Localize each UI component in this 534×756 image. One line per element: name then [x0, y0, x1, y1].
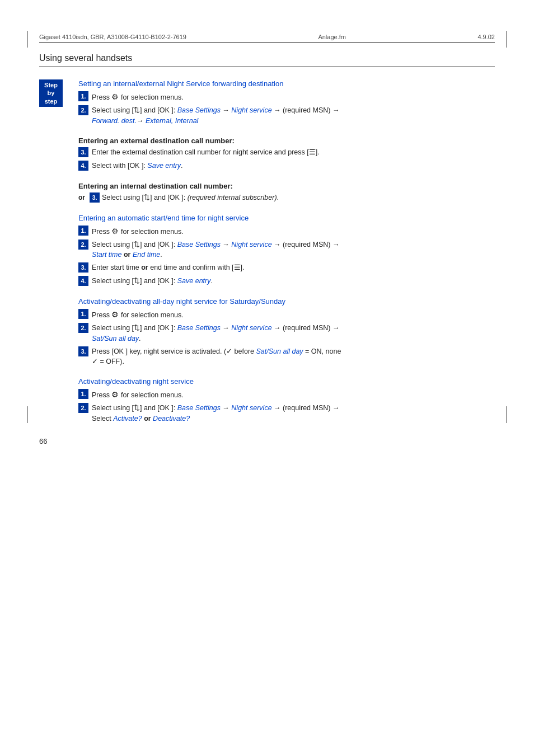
badge-s6-2: 2. [78, 403, 88, 413]
section-1-step-1-text: Press ⚙ for selection menus. [92, 91, 495, 103]
section-1-step-1: 1. Press ⚙ for selection menus. [78, 91, 495, 103]
link-night-service-4: Night service [231, 404, 271, 412]
link-start-time: Start time [92, 251, 122, 259]
section-4: Entering an automatic start/end time for… [78, 214, 495, 288]
gear-icon-1: ⚙ [111, 92, 119, 101]
corner-mark-bottom-right [507, 406, 507, 423]
section-6-step-1: 1. Press ⚙ for selection menus. [78, 389, 495, 401]
section-5-step-2: 2. Select using [⇅] and [OK ]: Base Sett… [78, 323, 495, 344]
badge-s4-3: 3. [78, 262, 88, 273]
section-4-step-1: 1. Press ⚙ for selection menus. [78, 226, 495, 237]
section-3-heading: Entering an internal destination call nu… [78, 182, 495, 190]
section-1-heading: Setting an internal/external Night Servi… [78, 79, 495, 88]
section-6: Activating/deactivating night service 1.… [78, 377, 495, 424]
link-night-service-2: Night service [231, 241, 271, 248]
section-1-step-2-text: Select using [⇅] and [OK ]: Base Setting… [92, 105, 495, 126]
section-2-step-4-text: Select with [OK ]: Save entry. [92, 161, 495, 171]
link-base-settings-4: Base Settings [177, 404, 221, 412]
header-date: 4.9.02 [477, 34, 495, 40]
section-5-step-2-text: Select using [⇅] and [OK ]: Base Setting… [92, 323, 495, 344]
corner-mark-top-left [27, 31, 27, 48]
link-base-settings-1: Base Settings [177, 106, 221, 114]
step-col: Step by step [39, 79, 73, 434]
section-6-heading: Activating/deactivating night service [78, 377, 495, 386]
gear-icon-2: ⚙ [111, 227, 119, 236]
menu-icon-1: ☰ [309, 148, 316, 156]
text-or-1: or [124, 251, 131, 259]
page-container: Gigaset 4110isdn, GBR, A31008-G4110-B102… [0, 0, 534, 468]
section-3-step-3-text: Select using [⇅] and [OK ]: (required in… [102, 192, 495, 203]
text-or-3: or [144, 415, 151, 422]
section-6-step-1-text: Press ⚙ for selection menus. [92, 389, 495, 401]
section-6-step-2: 2. Select using [⇅] and [OK ]: Base Sett… [78, 403, 495, 424]
link-external-internal: External, Internal [146, 117, 199, 125]
badge-3: 3. [78, 147, 88, 157]
link-save-entry-1: Save entry [147, 162, 181, 170]
page-title: Using several handsets [39, 53, 132, 63]
text-or-2: or [141, 264, 148, 271]
badge-4: 4. [78, 161, 88, 171]
link-night-service-3: Night service [231, 324, 271, 332]
link-base-settings-2: Base Settings [177, 241, 221, 248]
corner-mark-bottom-left [27, 406, 27, 423]
section-4-step-3: 3. Enter start time or end time and conf… [78, 262, 495, 274]
section-2-step-4: 4. Select with [OK ]: Save entry. [78, 161, 495, 172]
header-left: Gigaset 4110isdn, GBR, A31008-G4110-B102… [39, 34, 186, 40]
or-label: or [78, 192, 85, 201]
text-required-internal: (required internal subscriber) [188, 194, 277, 201]
section-2-step-3-text: Enter the external destination call numb… [92, 147, 495, 158]
section-4-step-1-text: Press ⚙ for selection menus. [92, 226, 495, 237]
link-sat-sun-all-day-2: Sat/Sun all day [256, 348, 303, 355]
instructions-col: Setting an internal/external Night Servi… [73, 79, 495, 434]
section-5: Activating/deactivating all-day night se… [78, 297, 495, 367]
section-5-step-1-text: Press ⚙ for selection menus. [92, 309, 495, 321]
section-5-step-3-text: Press [OK ] key, night service is activa… [92, 346, 495, 368]
section-2: Entering an external destination call nu… [78, 137, 495, 172]
section-6-step-2-text: Select using [⇅] and [OK ]: Base Setting… [92, 403, 495, 424]
badge-s5-2: 2. [78, 323, 88, 333]
section-1-step-2: 2. Select using [⇅] and [OK ]: Base Sett… [78, 105, 495, 126]
link-base-settings-3: Base Settings [177, 324, 221, 332]
content-area: Step by step Setting an internal/externa… [39, 79, 495, 434]
link-night-service-1: Night service [231, 106, 271, 114]
header-document-info: Gigaset 4110isdn, GBR, A31008-G4110-B102… [39, 34, 186, 40]
section-3-step-3: or 3. Select using [⇅] and [OK ]: (requi… [78, 192, 495, 204]
section-4-step-2-text: Select using [⇅] and [OK ]: Base Setting… [92, 240, 495, 261]
corner-mark-top-right [507, 31, 507, 48]
section-4-step-4-text: Select using [⇅] and [OK ]: Save entry. [92, 276, 495, 287]
section-1: Setting an internal/external Night Servi… [78, 79, 495, 126]
badge-1: 1. [78, 91, 88, 101]
link-sat-sun-all-day: Sat/Sun all day [92, 335, 139, 342]
page-title-section: Using several handsets [39, 53, 495, 67]
section-2-step-3: 3. Enter the external destination call n… [78, 147, 495, 158]
header-filename: Anlage.fm [318, 34, 346, 40]
step-by-step-badge: Step by step [39, 79, 63, 107]
menu-icon-2: ☰ [234, 264, 241, 271]
link-save-entry-2: Save entry [177, 277, 211, 285]
badge-s5-1: 1. [78, 309, 88, 319]
badge-s4-1: 1. [78, 226, 88, 236]
section-4-step-4: 4. Select using [⇅] and [OK ]: Save entr… [78, 276, 495, 287]
section-3: Entering an internal destination call nu… [78, 182, 495, 204]
gear-icon-3: ⚙ [111, 310, 119, 319]
link-end-time: End time [133, 251, 160, 259]
page-header: Gigaset 4110isdn, GBR, A31008-G4110-B102… [39, 34, 495, 43]
badge-s4-4: 4. [78, 276, 88, 286]
link-activate: Activate? [113, 415, 142, 422]
section-5-step-3: 3. Press [OK ] key, night service is act… [78, 346, 495, 368]
gear-icon-4: ⚙ [111, 390, 119, 399]
badge-s6-1: 1. [78, 389, 88, 399]
section-4-step-2: 2. Select using [⇅] and [OK ]: Base Sett… [78, 240, 495, 261]
badge-s4-2: 2. [78, 240, 88, 250]
badge-or-3: 3. [90, 192, 100, 203]
page-footer: 66 [39, 437, 47, 445]
badge-s5-3: 3. [78, 346, 88, 356]
badge-2: 2. [78, 105, 88, 115]
section-4-heading: Entering an automatic start/end time for… [78, 214, 495, 222]
link-deactivate: Deactivate? [153, 415, 190, 422]
section-2-heading: Entering an external destination call nu… [78, 137, 495, 145]
page-number: 66 [39, 437, 47, 445]
section-5-step-1: 1. Press ⚙ for selection menus. [78, 309, 495, 321]
section-5-heading: Activating/deactivating all-day night se… [78, 297, 495, 306]
link-forward-dest: Forward. dest. [92, 117, 137, 125]
